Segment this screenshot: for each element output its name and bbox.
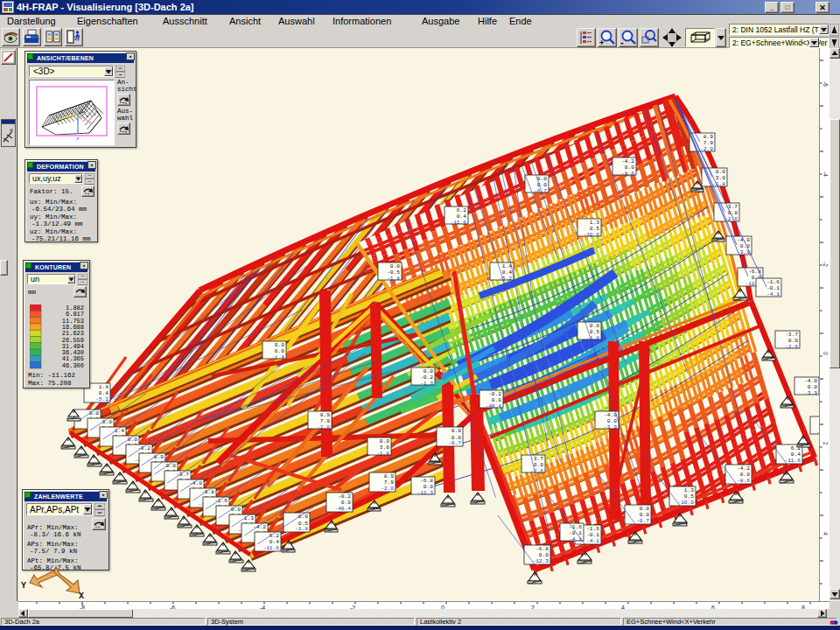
- svg-text:-1.6: -1.6: [766, 279, 780, 285]
- svg-text:1.3: 1.3: [590, 220, 599, 226]
- svg-text:-2.0: -2.0: [381, 486, 394, 492]
- svg-text:-0.1: -0.1: [766, 285, 780, 291]
- svg-text:-2.6: -2.6: [530, 468, 543, 474]
- svg-text:-2.0: -2.0: [700, 146, 713, 152]
- svg-text:0.0: 0.0: [740, 243, 750, 249]
- svg-text:-0.7: -0.7: [448, 440, 461, 446]
- svg-text:-10.0: -10.0: [677, 500, 694, 506]
- svg-text:-2.0: -2.0: [317, 424, 330, 430]
- svg-text:-49.4: -49.4: [485, 403, 501, 410]
- svg-text:-4.0: -4.0: [804, 378, 817, 384]
- svg-text:0.0: 0.0: [740, 472, 750, 478]
- svg-text:-10.0: -10.0: [583, 232, 599, 238]
- svg-text:8.9: 8.9: [384, 473, 394, 480]
- svg-text:0.5: 0.5: [590, 226, 599, 232]
- svg-text:-1.8: -1.8: [387, 276, 400, 282]
- svg-text:1.4: 1.4: [99, 384, 108, 390]
- svg-text:z: z: [76, 136, 80, 142]
- svg-text:0.0: 0.0: [341, 500, 351, 506]
- svg-text:0.0: 0.0: [808, 384, 817, 390]
- svg-text:-11.6: -11.6: [784, 458, 801, 464]
- svg-text:-: -: [620, 37, 624, 46]
- svg-text:3.0: 3.0: [716, 175, 725, 181]
- svg-text:0.0: 0.0: [640, 512, 649, 518]
- svg-text:X: X: [79, 592, 84, 599]
- svg-text:-5.2: -5.2: [95, 396, 108, 402]
- svg-text:-11.6: -11.6: [262, 545, 279, 551]
- svg-text:7.9: 7.9: [320, 418, 330, 424]
- svg-text:0.0: 0.0: [534, 462, 543, 468]
- svg-text:0.0: 0.0: [424, 484, 433, 490]
- svg-text:-8.6: -8.6: [621, 171, 634, 177]
- svg-text:-3.9: -3.9: [604, 424, 617, 430]
- svg-text:-0.2: -0.2: [420, 374, 433, 381]
- svg-text:-0.2: -0.2: [338, 494, 351, 500]
- svg-text:-6.8: -6.8: [420, 478, 433, 484]
- svg-text:0.4: 0.4: [457, 214, 466, 220]
- svg-text:0.0: 0.0: [89, 410, 99, 416]
- svg-text:0.0: 0.0: [607, 418, 617, 424]
- svg-text:1.3: 1.3: [244, 515, 254, 522]
- svg-text:0.0: 0.0: [128, 437, 137, 443]
- svg-text:8.9: 8.9: [320, 412, 330, 418]
- svg-text:0.0: 0.0: [275, 348, 284, 354]
- svg-text:1.3: 1.3: [684, 487, 694, 494]
- svg-text:-3.7: -3.7: [785, 332, 798, 338]
- svg-text:-6.8: -6.8: [536, 546, 549, 552]
- svg-text:-11.6: -11.6: [450, 220, 466, 226]
- svg-text:-1.8: -1.8: [376, 451, 389, 457]
- svg-text:4: 4: [822, 532, 829, 536]
- svg-text:-4.1: -4.1: [586, 538, 599, 544]
- svg-text:-1.3: -1.3: [420, 381, 433, 387]
- svg-text:-49.4: -49.4: [334, 506, 351, 512]
- svg-text:0: 0: [822, 352, 829, 355]
- svg-text:7.9: 7.9: [704, 140, 713, 146]
- svg-text:0.0: 0.0: [166, 463, 176, 469]
- svg-text:+: +: [599, 38, 604, 46]
- svg-text:-6.8: -6.8: [748, 269, 761, 275]
- svg-text:-4.2: -4.2: [253, 524, 266, 530]
- svg-text:0.0: 0.0: [537, 176, 547, 182]
- svg-text:-4.0: -4.0: [604, 412, 617, 418]
- svg-text:-0.1: -0.1: [586, 532, 599, 538]
- svg-text:0.5: 0.5: [590, 329, 599, 335]
- svg-text:0.0: 0.0: [231, 507, 241, 513]
- svg-text:-2.6: -2.6: [785, 344, 798, 350]
- svg-text:-6.8: -6.8: [201, 489, 214, 495]
- svg-text:-4.2: -4.2: [737, 466, 750, 472]
- svg-text:-5.2: -5.2: [499, 276, 512, 282]
- svg-text:-2: -2: [822, 262, 829, 267]
- svg-text:-4.1: -4.1: [766, 291, 780, 298]
- svg-text:0.4: 0.4: [791, 452, 801, 458]
- svg-text:0.4: 0.4: [270, 539, 279, 545]
- svg-text:8.9: 8.9: [704, 134, 713, 140]
- svg-text:-8.6: -8.6: [737, 478, 750, 484]
- svg-text:0.5: 0.5: [684, 494, 694, 500]
- svg-text:-3.9: -3.9: [804, 390, 817, 396]
- svg-text:0.0: 0.0: [492, 397, 501, 403]
- svg-text:-0.5: -0.5: [387, 270, 400, 276]
- svg-text:8.9: 8.9: [154, 454, 164, 460]
- svg-text:0.0: 0.0: [640, 506, 649, 512]
- svg-text:0.0: 0.0: [539, 552, 549, 558]
- svg-text:0.0: 0.0: [424, 368, 433, 374]
- svg-text:-1.6: -1.6: [586, 526, 599, 532]
- svg-text:Y: Y: [21, 581, 26, 591]
- svg-text:6.2: 6.2: [270, 533, 279, 539]
- svg-text:-1.8: -1.8: [712, 181, 725, 187]
- svg-text:-1.4: -1.4: [271, 354, 284, 360]
- svg-text:-12.3: -12.3: [532, 558, 549, 564]
- svg-text:46.300: 46.300: [62, 362, 84, 369]
- svg-text:-4.2: -4.2: [621, 158, 634, 164]
- svg-text:0.0: 0.0: [590, 323, 599, 329]
- svg-text:0.0: 0.0: [380, 438, 389, 444]
- svg-text:0.4: 0.4: [502, 270, 512, 276]
- svg-text:-1.8: -1.8: [295, 526, 308, 532]
- svg-text:-0.7: -0.7: [636, 518, 649, 524]
- svg-text:-12.3: -12.3: [416, 490, 433, 496]
- svg-text:-6: -6: [822, 81, 829, 87]
- svg-text:0.4: 0.4: [99, 390, 108, 396]
- svg-text:0.0: 0.0: [102, 419, 112, 425]
- svg-text:0.0: 0.0: [390, 263, 400, 270]
- svg-text:7.9: 7.9: [384, 480, 394, 486]
